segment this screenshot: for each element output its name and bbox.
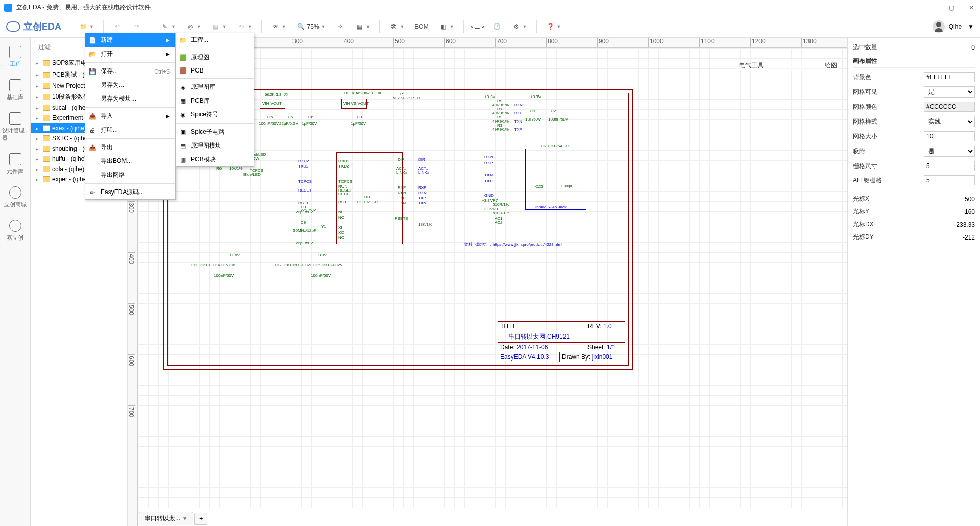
- redo-button[interactable]: ↷: [129, 20, 144, 33]
- selection-count-label: 选中数量: [853, 43, 971, 52]
- snap-select[interactable]: 是: [924, 146, 975, 157]
- folder-icon: [43, 72, 50, 78]
- menu-item[interactable]: ▤原理图模块: [176, 139, 254, 153]
- expand-icon: ▸: [36, 156, 41, 162]
- rastersize-input[interactable]: [924, 161, 975, 171]
- bom-button[interactable]: BOM: [411, 21, 431, 32]
- pin-icon: ◎: [186, 22, 195, 31]
- cursor-dy-value: -212: [963, 234, 975, 241]
- crosshair-icon: ✧: [336, 22, 345, 31]
- gridcolor-input[interactable]: [924, 102, 975, 112]
- bgcolor-input[interactable]: [924, 72, 975, 82]
- rotate-button[interactable]: ⟲▼: [234, 20, 255, 33]
- nav-baselib[interactable]: 基础库: [2, 75, 29, 105]
- menu-item[interactable]: ▣Spice子电路: [176, 125, 254, 139]
- history-button[interactable]: 🕐: [489, 20, 505, 33]
- menu-item[interactable]: 📤导出: [85, 140, 175, 154]
- username[interactable]: Qihe: [949, 23, 962, 30]
- folder-icon: [43, 83, 50, 89]
- nav-jlc[interactable]: 嘉立创: [2, 216, 29, 246]
- expand-icon: ▸: [36, 177, 41, 182]
- expand-icon: ▸: [36, 60, 41, 66]
- pencil-icon: ✎: [160, 22, 169, 31]
- menu-item[interactable]: ◈原理图库: [176, 80, 254, 94]
- menu-item[interactable]: 导出网络: [85, 168, 175, 182]
- nav-project[interactable]: 工程: [2, 42, 29, 72]
- maximize-button[interactable]: ▢: [947, 4, 957, 11]
- expand-icon: ▸: [36, 126, 41, 131]
- menu-item[interactable]: 📄新建▶: [85, 33, 175, 47]
- settings-button[interactable]: ⚙▼: [509, 20, 530, 33]
- menu-item-icon: ▣: [179, 128, 187, 136]
- menu-item[interactable]: 💾保存...Ctrl+S: [85, 64, 175, 78]
- folder-icon: [43, 176, 50, 182]
- gridstyle-select[interactable]: 实线: [924, 116, 975, 127]
- align-button[interactable]: ▦▼: [208, 20, 230, 33]
- menu-item[interactable]: ▥PCB模块: [176, 153, 254, 166]
- menu-item-icon: 📤: [88, 144, 96, 152]
- place-button[interactable]: ◎▼: [183, 20, 204, 33]
- help-button[interactable]: ❓▼: [543, 20, 565, 33]
- folder-icon: [43, 166, 50, 172]
- menu-item[interactable]: 🟫PCB: [176, 64, 254, 77]
- menu-item[interactable]: 📂打开▶: [85, 47, 175, 61]
- altgrid-input[interactable]: [924, 175, 975, 185]
- expand-icon: ▸: [36, 115, 41, 121]
- theme-button[interactable]: ◧▼: [436, 20, 457, 33]
- nav-partlib[interactable]: 元件库: [2, 149, 29, 179]
- nav-lcsc[interactable]: 立创商城: [2, 182, 29, 212]
- float-electrical[interactable]: 电气工具: [739, 61, 764, 70]
- window-title: 立创EDA - 免费、易用、强大的在线电路设计软件: [16, 3, 926, 12]
- submenu-arrow-icon: ▶: [166, 113, 170, 119]
- sheet-tab[interactable]: 串口转以太... ▼: [139, 512, 193, 525]
- submenu-arrow-icon: ▶: [166, 51, 170, 57]
- float-draw[interactable]: 绘图: [825, 61, 837, 70]
- folder-icon: [43, 60, 50, 66]
- submenu-arrow-icon: ▶: [166, 37, 170, 43]
- brand-cloud-icon: [6, 21, 20, 32]
- eye-icon: 👁: [271, 22, 280, 31]
- avatar[interactable]: [933, 20, 945, 33]
- menu-item-icon: ✏: [88, 188, 96, 197]
- menu-item[interactable]: 🖨打印...: [85, 123, 175, 137]
- menu-item-icon: 📥: [88, 112, 96, 121]
- gridvisible-select[interactable]: 是: [924, 86, 975, 98]
- zoom-label: 75%: [307, 23, 320, 30]
- folder-icon: [43, 156, 50, 162]
- menu-item[interactable]: 导出BOM...: [85, 154, 175, 168]
- menu-item-icon: 💾: [88, 67, 96, 76]
- menu-item[interactable]: ▦PCB库: [176, 94, 254, 108]
- file-menu-button[interactable]: 📁▼: [76, 20, 97, 33]
- grid-button[interactable]: ▦▼: [352, 20, 374, 33]
- view-button[interactable]: 👁▼: [268, 20, 289, 33]
- menu-item[interactable]: 另存为...: [85, 78, 175, 92]
- folder-icon: [43, 105, 50, 111]
- menu-item-icon: 🖨: [88, 126, 96, 134]
- menu-item[interactable]: 📁工程...: [176, 33, 254, 47]
- chip-icon: [9, 79, 21, 91]
- share-button[interactable]: ⚬⚊⚬: [470, 20, 485, 33]
- menu-item[interactable]: ◉Spice符号: [176, 108, 254, 122]
- draw-button[interactable]: ✎▼: [157, 20, 179, 33]
- tools-button[interactable]: 🛠▼: [386, 20, 407, 33]
- cross-button[interactable]: ✧: [333, 20, 348, 33]
- menu-item-icon: 📄: [88, 36, 96, 44]
- search-icon: 🔍: [297, 22, 306, 31]
- menu-item-icon: 🟩: [179, 54, 187, 62]
- menu-item[interactable]: 另存为模块...: [85, 92, 175, 106]
- gridsize-input[interactable]: [924, 131, 975, 141]
- expand-icon: ▸: [36, 166, 41, 172]
- expand-icon: ▸: [36, 83, 41, 89]
- menu-item[interactable]: 📥导入▶: [85, 109, 175, 123]
- expand-icon: ▸: [36, 136, 41, 141]
- close-button[interactable]: ✕: [967, 4, 976, 11]
- menu-item[interactable]: 🟩原理图: [176, 51, 254, 64]
- zoom-button[interactable]: 🔍75%▼: [293, 20, 329, 33]
- add-sheet-button[interactable]: +: [194, 513, 207, 525]
- minimize-button[interactable]: —: [926, 4, 937, 11]
- undo-button[interactable]: ↶: [110, 20, 125, 33]
- menu-item[interactable]: ✏EasyEDA源码...: [85, 185, 175, 199]
- folder-icon: [43, 115, 50, 121]
- lcsc-icon: [9, 186, 21, 199]
- nav-design-mgr[interactable]: 设计管理器: [2, 108, 29, 146]
